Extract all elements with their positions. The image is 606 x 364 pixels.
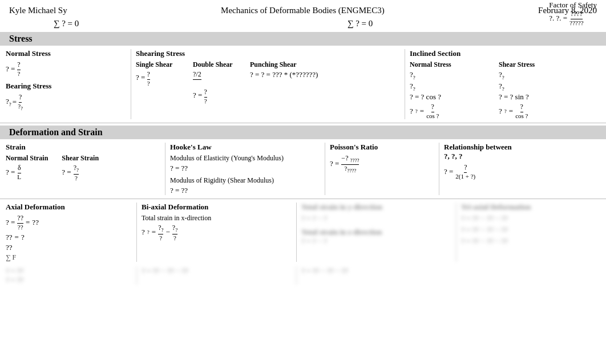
factor-of-safety: Factor of Safety ?. ?. = ???? ????? [549, 1, 597, 26]
relationship-title: Relationship between [444, 143, 512, 152]
double-shear: Double Shear ?/2 ? = ?? [193, 60, 239, 104]
hookes-law-cell: Hooke's Law Modulus of Elasticity (Young… [165, 143, 325, 195]
inclined-section-cell: Inclined Section Normal Stress ?? ?? ? =… [405, 49, 600, 119]
shearing-stress-title: Shearing Stress [136, 49, 400, 58]
blurred-section-2: Tri-axial Deformation ? = ?? − ?? − ?? ?… [456, 203, 600, 262]
normal-stress-numer: ? [17, 60, 20, 70]
strain-title: Strain [6, 143, 160, 152]
blurred-section-1: Total strain in y-direction ? = ? − ? To… [297, 203, 456, 262]
deformation-section-header: Deformation and Strain [0, 126, 606, 139]
relationship-cell: Relationship between ?, ?, ? ? = ? 2(1 +… [439, 143, 600, 195]
shear-strain: Shear Strain ? = ?? ? [62, 154, 99, 181]
normal-stress-title: Normal Stress [6, 49, 126, 58]
factor-fraction: ???? ????? [569, 10, 583, 26]
sum-eq-1: ∑ ? = 0 [54, 19, 79, 28]
hookes-title: Hooke's Law [170, 143, 320, 152]
shear-strain-title: Shear Strain [62, 154, 99, 163]
course-title: Mechanics of Deformable Bodies (ENGMEC3) [221, 6, 385, 15]
inclined-normal-title: Normal Stress [410, 60, 490, 69]
stress-section-header: Stress [0, 32, 606, 46]
normal-stress-cell: Normal Stress ? = ? ? Bearing Stress ?? … [6, 49, 131, 119]
normal-strain-numer: δ [18, 164, 21, 173]
normal-strain: Normal Strain ? = δ L [6, 154, 48, 181]
punching-shear: Punching Shear ? = ? = ??? * (*??????) [250, 60, 353, 104]
bearing-stress-var: ?? [6, 97, 11, 107]
student-name: Kyle Michael Sy [9, 6, 67, 15]
normal-strain-denom: L [17, 173, 21, 180]
strain-cell: Strain Normal Strain ? = δ L Shear Strai… [6, 143, 165, 195]
poissons-ratio-cell: Poisson's Ratio ? = −? ???? ????? [325, 143, 439, 195]
single-shear-title: Single Shear [136, 60, 181, 69]
normal-stress-eq: ? = [6, 64, 15, 74]
factor-eq: ?. ?. = [549, 14, 567, 23]
biaxial-title: Bi-axial Deformation [142, 203, 292, 212]
header: Kyle Michael Sy Mechanics of Deformable … [0, 0, 606, 18]
inclined-shear-title: Shear Stress [499, 60, 579, 69]
biaxial-deformation-cell: Bi-axial Deformation Total strain in x-d… [137, 203, 297, 262]
biaxial-subtitle: Total strain in x-direction [142, 214, 292, 223]
inclined-shear-stress: Shear Stress ?? ?? ? = ? sin ? ?? = ? co… [499, 60, 579, 119]
bearing-stress-title: Bearing Stress [6, 82, 126, 91]
poissons-title: Poisson's Ratio [330, 143, 434, 152]
factor-numer: ???? [571, 10, 583, 19]
inclined-normal-stress: Normal Stress ?? ?? ? = ? cos ? ?? = ? c… [410, 60, 490, 119]
shearing-stress-cell: Shearing Stress Single Shear ? = ?? Doub… [131, 49, 405, 119]
elasticity-title: Modulus of Elasticity (Young's Modulus) [170, 154, 320, 163]
single-shear: Single Shear ? = ?? [136, 60, 181, 104]
elasticity-eq: ? = ?? [170, 164, 320, 173]
axial-deformation-cell: Axial Deformation ? = ?? ?? = ?? ?? = ? … [6, 203, 137, 262]
rigidity-eq: ? = ?? [170, 186, 320, 195]
double-shear-title: Double Shear [193, 60, 239, 69]
relationship-subtitle: ?, ?, ? [444, 152, 512, 161]
sum-eq-2: ∑ ? = 0 [348, 19, 373, 28]
axial-title: Axial Deformation [6, 203, 132, 212]
rigidity-title: Modulus of Rigidity (Shear Modulus) [170, 176, 320, 185]
factor-denom: ????? [569, 19, 583, 26]
punching-shear-title: Punching Shear [250, 60, 353, 69]
normal-stress-denom: ? [18, 70, 21, 77]
factor-title: Factor of Safety [549, 1, 597, 10]
inclined-section-title: Inclined Section [410, 49, 600, 58]
normal-strain-title: Normal Strain [6, 154, 48, 163]
